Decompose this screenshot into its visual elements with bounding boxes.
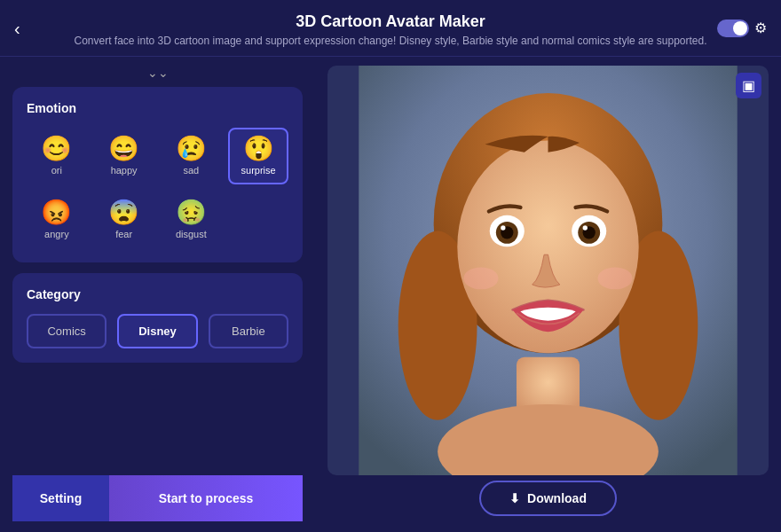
left-panel: ⌄⌄ Emotion 😊 ori 😄 happy 😢 sad bbox=[0, 57, 315, 521]
settings-icon[interactable]: ⚙ bbox=[754, 20, 767, 36]
angry-label: angry bbox=[44, 229, 69, 239]
avatar-preview: ▣ bbox=[327, 66, 769, 475]
emotion-panel: Emotion 😊 ori 😄 happy 😢 sad bbox=[12, 87, 303, 262]
download-icon: ⬇ bbox=[509, 491, 520, 505]
category-comics[interactable]: Comics bbox=[27, 314, 106, 348]
surprise-label: surprise bbox=[241, 165, 276, 176]
angry-emoji: 😡 bbox=[41, 200, 72, 225]
app-title: 3D Cartoon Avatar Maker bbox=[18, 12, 763, 31]
emotion-title: Emotion bbox=[27, 101, 288, 115]
compare-button[interactable]: ▣ bbox=[736, 73, 761, 98]
svg-point-13 bbox=[501, 225, 505, 230]
category-disney[interactable]: Disney bbox=[117, 314, 197, 348]
header-subtitle: Convert face into 3D cartoon image and s… bbox=[18, 35, 763, 47]
emotion-fear[interactable]: 😨 fear bbox=[94, 192, 154, 248]
disgust-emoji: 🤢 bbox=[176, 200, 207, 225]
main-layout: ⌄⌄ Emotion 😊 ori 😄 happy 😢 sad bbox=[0, 57, 781, 521]
collapse-button[interactable]: ⌄⌄ bbox=[12, 66, 303, 80]
fear-emoji: 😨 bbox=[108, 200, 139, 225]
sad-emoji: 😢 bbox=[176, 137, 207, 161]
emotion-sad[interactable]: 😢 sad bbox=[162, 128, 222, 184]
svg-point-14 bbox=[583, 225, 588, 230]
process-button[interactable]: Start to process bbox=[109, 475, 303, 521]
svg-point-15 bbox=[463, 267, 498, 289]
download-label: Download bbox=[527, 491, 587, 505]
disgust-label: disgust bbox=[176, 229, 207, 239]
emotion-angry[interactable]: 😡 angry bbox=[27, 192, 87, 248]
theme-toggle[interactable] bbox=[717, 20, 749, 37]
emotion-grid: 😊 ori 😄 happy 😢 sad 😲 surprise bbox=[27, 128, 288, 248]
header-toggle-area: ⚙ bbox=[717, 20, 767, 37]
ori-emoji: 😊 bbox=[41, 137, 72, 161]
app-header: ‹ 3D Cartoon Avatar Maker ⚙ Convert face… bbox=[0, 0, 781, 57]
emotion-happy[interactable]: 😄 happy bbox=[94, 128, 154, 184]
category-buttons: Comics Disney Barbie bbox=[27, 314, 288, 348]
fear-label: fear bbox=[115, 229, 132, 239]
emotion-surprise[interactable]: 😲 surprise bbox=[228, 128, 288, 184]
emotion-ori[interactable]: 😊 ori bbox=[27, 128, 87, 184]
back-button[interactable]: ‹ bbox=[14, 18, 20, 38]
category-title: Category bbox=[27, 287, 288, 301]
category-barbie[interactable]: Barbie bbox=[209, 314, 288, 348]
surprise-emoji: 😲 bbox=[243, 137, 274, 161]
category-panel: Category Comics Disney Barbie bbox=[12, 273, 303, 363]
avatar-svg bbox=[327, 66, 769, 475]
right-panel: ▣ bbox=[315, 57, 781, 521]
setting-button[interactable]: Setting bbox=[12, 475, 109, 521]
sad-label: sad bbox=[184, 165, 200, 176]
ori-label: ori bbox=[51, 165, 62, 176]
svg-point-16 bbox=[597, 267, 632, 289]
left-bottom-bar: Setting Start to process bbox=[12, 475, 303, 521]
right-bottom-bar: ⬇ Download bbox=[327, 475, 769, 521]
download-button[interactable]: ⬇ Download bbox=[479, 481, 617, 516]
happy-emoji: 😄 bbox=[108, 137, 139, 161]
emotion-disgust[interactable]: 🤢 disgust bbox=[162, 192, 222, 248]
happy-label: happy bbox=[111, 165, 138, 176]
